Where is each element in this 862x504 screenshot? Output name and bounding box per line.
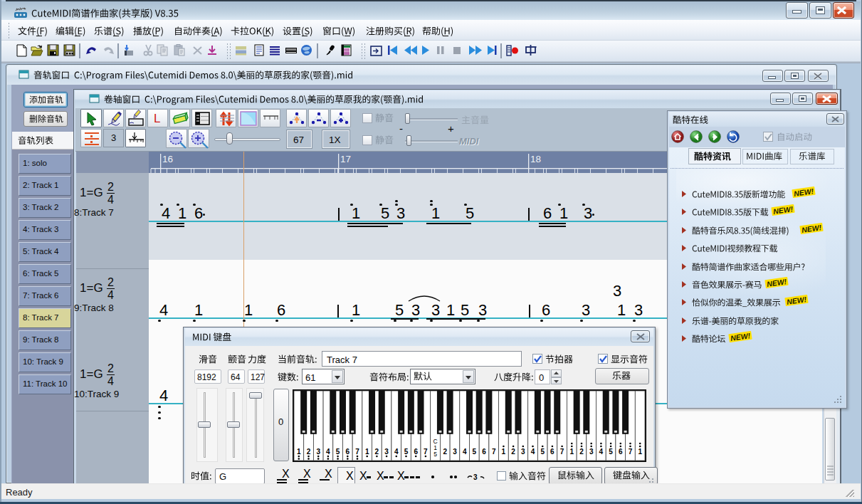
svg-text:4: 4	[463, 448, 467, 456]
svg-text:4: 4	[326, 448, 330, 456]
svg-text:3: 3	[316, 448, 320, 456]
svg-text:5: 5	[404, 448, 409, 456]
svg-text:5: 5	[609, 448, 613, 456]
svg-text:2: 2	[307, 448, 311, 456]
svg-text:7: 7	[560, 448, 564, 456]
svg-text:7: 7	[629, 448, 633, 456]
svg-text:3: 3	[589, 448, 594, 456]
svg-text:6: 6	[414, 448, 418, 456]
svg-text:6: 6	[550, 448, 554, 456]
svg-text:7: 7	[492, 448, 496, 456]
svg-text:6: 6	[619, 448, 623, 456]
svg-text:2: 2	[375, 448, 379, 456]
svg-text:4: 4	[531, 448, 535, 456]
svg-text:3: 3	[384, 448, 389, 456]
svg-text:6: 6	[482, 448, 486, 456]
svg-text:2: 2	[579, 448, 584, 456]
svg-text:5: 5	[336, 448, 340, 456]
svg-text:1: 1	[638, 448, 642, 456]
svg-text:4: 4	[599, 448, 604, 456]
svg-text:1: 1	[297, 448, 301, 456]
svg-text:2: 2	[443, 448, 448, 456]
svg-text:7: 7	[355, 448, 359, 456]
svg-text:7: 7	[424, 448, 428, 456]
svg-text:3: 3	[453, 448, 457, 456]
svg-text:1: 1	[502, 448, 506, 456]
svg-text:1: 1	[365, 448, 369, 456]
svg-text:2: 2	[511, 448, 515, 456]
svg-text:3: 3	[521, 448, 525, 456]
svg-text:4: 4	[394, 448, 399, 456]
svg-text:5: 5	[540, 448, 545, 456]
svg-text:5: 5	[433, 451, 437, 458]
svg-text:5: 5	[473, 448, 477, 456]
svg-text:6: 6	[346, 448, 350, 456]
svg-text:3: 3	[473, 473, 478, 481]
svg-text:1: 1	[570, 448, 574, 456]
